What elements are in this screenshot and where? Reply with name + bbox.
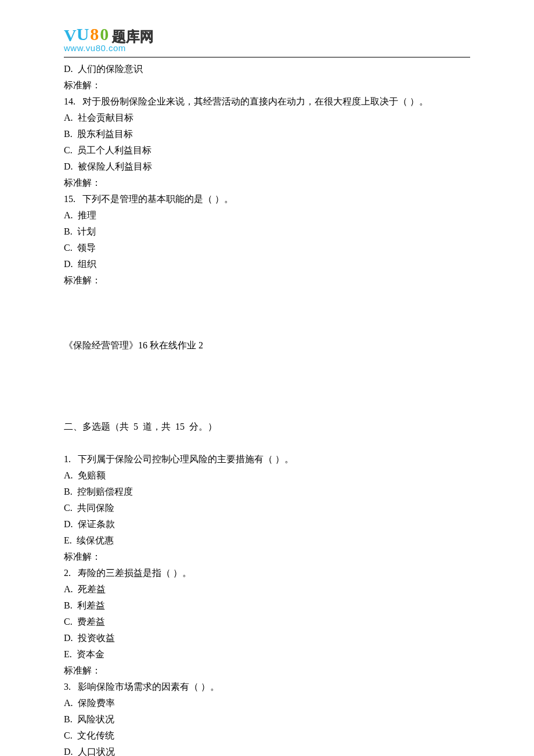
spacer bbox=[64, 305, 470, 321]
multi-question-line: 3. 影响保险市场需求的因素有（ ）。 bbox=[64, 679, 470, 695]
multi-question-line: D. 人口状况 bbox=[64, 744, 470, 756]
logo-bunny-icon: V bbox=[64, 27, 77, 44]
multi-question-line: A. 保险费率 bbox=[64, 695, 470, 711]
question-line: D. 被保险人利益目标 bbox=[64, 159, 470, 175]
spacer bbox=[64, 370, 470, 386]
spacer bbox=[64, 402, 470, 419]
logo-cn-text: 题库网 bbox=[112, 24, 154, 49]
section-header-multi: 二、多选题（共 5 道，共 15 分。） bbox=[64, 419, 470, 435]
assignment-title: 《保险经营管理》16 秋在线作业 2 bbox=[64, 337, 470, 354]
multi-question-line: E. 续保优惠 bbox=[64, 532, 470, 549]
spacer bbox=[64, 435, 470, 451]
multi-question-line: C. 费差益 bbox=[64, 614, 470, 630]
question-line: D. 人们的保险意识 bbox=[64, 61, 470, 77]
question-line: A. 推理 bbox=[64, 207, 470, 224]
site-logo: V U 8 0 题库网 www.vu80.com bbox=[64, 23, 470, 56]
multi-question-line: B. 利差益 bbox=[64, 597, 470, 614]
multi-question-line: 2. 寿险的三差损益是指（ ）。 bbox=[64, 565, 470, 581]
multi-question-line: D. 保证条款 bbox=[64, 516, 470, 532]
question-line: A. 社会贡献目标 bbox=[64, 110, 470, 126]
multi-question-line: 标准解： bbox=[64, 663, 470, 679]
question-line: B. 计划 bbox=[64, 224, 470, 240]
multi-question-line: A. 死差益 bbox=[64, 581, 470, 597]
spacer bbox=[64, 386, 470, 402]
question-line: 14. 对于股份制保险企业来说，其经营活动的直接内在动力，在很大程度上取决于（ … bbox=[64, 93, 470, 110]
spacer bbox=[64, 321, 470, 337]
multi-choice-questions: 1. 下列属于保险公司控制心理风险的主要措施有（ ）。A. 免赔额B. 控制赔偿… bbox=[64, 451, 470, 756]
question-line: 标准解： bbox=[64, 77, 470, 93]
multi-question-line: E. 资本金 bbox=[64, 646, 470, 663]
multi-question-line: B. 风险状况 bbox=[64, 711, 470, 728]
question-line: 标准解： bbox=[64, 175, 470, 191]
spacer bbox=[64, 289, 470, 305]
multi-question-line: A. 免赔额 bbox=[64, 467, 470, 484]
multi-question-line: D. 投资收益 bbox=[64, 630, 470, 646]
question-line: B. 股东利益目标 bbox=[64, 126, 470, 142]
multi-question-line: C. 共同保险 bbox=[64, 500, 470, 516]
question-line: C. 领导 bbox=[64, 240, 470, 256]
question-line: 15. 下列不是管理的基本职能的是（ ）。 bbox=[64, 191, 470, 207]
multi-question-line: 1. 下列属于保险公司控制心理风险的主要措施有（ ）。 bbox=[64, 451, 470, 467]
spacer bbox=[64, 354, 470, 370]
logo-graphic-row: V U 8 0 题库网 bbox=[64, 23, 470, 42]
question-line: D. 组织 bbox=[64, 256, 470, 272]
multi-question-line: C. 文化传统 bbox=[64, 728, 470, 744]
single-choice-continued: D. 人们的保险意识标准解：14. 对于股份制保险企业来说，其经营活动的直接内在… bbox=[64, 61, 470, 289]
multi-question-line: 标准解： bbox=[64, 549, 470, 565]
question-line: C. 员工个人利益目标 bbox=[64, 142, 470, 159]
multi-question-line: B. 控制赔偿程度 bbox=[64, 484, 470, 500]
header-divider bbox=[64, 57, 470, 57]
question-line: 标准解： bbox=[64, 272, 470, 289]
document-page: V U 8 0 题库网 www.vu80.com D. 人们的保险意识标准解：1… bbox=[0, 0, 534, 756]
